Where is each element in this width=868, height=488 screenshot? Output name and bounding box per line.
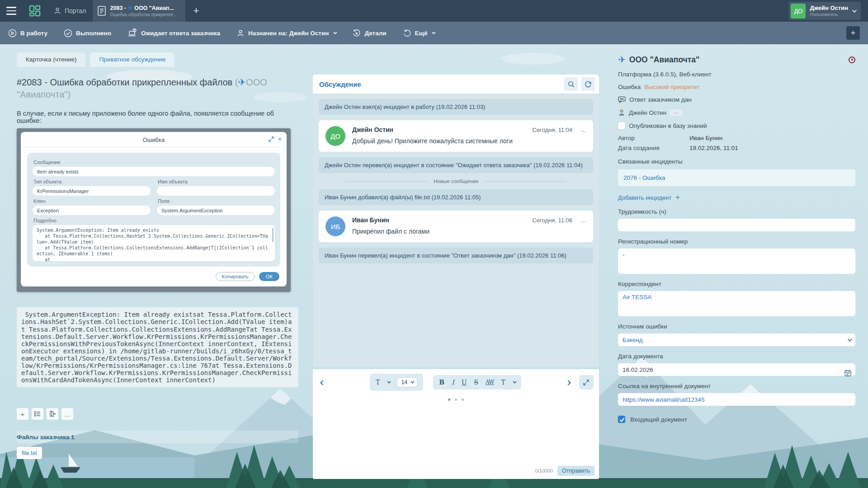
message-text: Прикрепил файл с логами — [352, 228, 586, 235]
strikethrough-button[interactable]: S — [474, 379, 478, 386]
message-menu-button[interactable]: … — [580, 217, 586, 224]
scrollbar[interactable] — [272, 228, 274, 242]
font-size-select[interactable]: 14 — [397, 377, 417, 387]
key-field[interactable] — [33, 206, 151, 215]
stack-trace-block: System.ArgumentException: Item already e… — [17, 307, 298, 387]
regnum-field[interactable]: - — [618, 249, 855, 274]
tab-private-discussion[interactable]: Приватное обсуждение — [90, 52, 175, 67]
done-button[interactable]: Выполнено — [64, 29, 111, 38]
expand-icon[interactable] — [269, 136, 274, 142]
history-icon: x — [352, 29, 361, 38]
kb-checkbox[interactable] — [618, 122, 625, 129]
text-style-button[interactable]: T — [501, 379, 505, 386]
add-file-button[interactable]: + — [17, 408, 28, 420]
export-button[interactable] — [47, 408, 58, 420]
object-name-field[interactable] — [157, 186, 275, 196]
error-dialog-screenshot: Ошибка × Сообщение Тип объекта Имя объек… — [17, 128, 291, 292]
svg-text:x: x — [356, 31, 358, 35]
toolbar-next-button[interactable] — [564, 378, 573, 386]
chat-message: ИБ Иван Бунин Сегодня, 11:06 … Прикрепил… — [319, 211, 593, 242]
dialog-title: Ошибка × — [21, 132, 287, 147]
author-label: Автор — [618, 135, 689, 141]
field-label: Ключ — [33, 198, 151, 204]
linked-incident-link[interactable]: 2076 - Ошибка — [618, 169, 855, 186]
discussion-list[interactable]: Джейн Остин взял(а) инцидент в работу (1… — [313, 94, 599, 367]
effort-field[interactable] — [618, 219, 855, 231]
chevron-down-icon — [848, 337, 852, 342]
message-input[interactable] — [318, 398, 594, 465]
send-button[interactable]: Отправить — [557, 466, 594, 476]
discussion-panel: Обсуждение Джейн Остин взял(а) инцидент … — [313, 75, 599, 479]
more-button[interactable]: Ещё — [403, 29, 435, 38]
list-view-button[interactable] — [32, 408, 43, 420]
files-more-button[interactable]: … — [289, 433, 296, 441]
field-label: Тип объекта — [33, 179, 151, 184]
highlight-button[interactable]: AW — [486, 379, 494, 385]
expand-icon — [583, 380, 589, 385]
platform-line: Платформа (3.6.0.5), Веб-клиент — [618, 71, 855, 78]
portal-tab[interactable]: Портал — [47, 0, 93, 22]
field-label: Поле — [158, 198, 275, 204]
message-field[interactable] — [33, 167, 275, 176]
field-field[interactable] — [157, 206, 275, 215]
alert-icon[interactable] — [849, 56, 855, 63]
incoming-doc-row: Входящий документ — [618, 416, 855, 423]
calendar-icon[interactable] — [844, 370, 851, 378]
discussion-title: Обсуждение — [319, 80, 561, 88]
toolbar-prev-button[interactable] — [318, 378, 327, 386]
chevron-down-icon[interactable] — [513, 380, 516, 383]
correspondent-label: Корреспондент — [618, 281, 855, 287]
close-icon[interactable]: × — [278, 136, 282, 142]
file-item[interactable]: file.txt — [17, 447, 42, 459]
apps-grid-icon[interactable] — [23, 0, 47, 22]
card-tab[interactable]: 2083 - ✈ ООО "Авиап... Ошибка обработки … — [93, 0, 185, 22]
new-tab-button[interactable]: + — [185, 0, 208, 22]
refresh-button[interactable] — [581, 77, 595, 91]
system-message: Иван Бунин добавил(а) файл(ы) file.txt (… — [319, 189, 593, 205]
chevron-down-icon[interactable] — [387, 380, 391, 383]
assignee-button[interactable]: Назначен на: Джейн Остин — [236, 29, 336, 38]
to-work-button[interactable]: В работу — [8, 29, 47, 38]
created-label: Дата создания — [618, 145, 689, 151]
correspondent-field[interactable]: Air TESSA — [618, 291, 855, 316]
search-button[interactable] — [564, 77, 578, 91]
refresh-icon — [585, 80, 592, 88]
details-field[interactable]: System.ArgumentException: Item already e… — [33, 225, 275, 261]
awaiting-customer-button[interactable]: Ожидает ответа заказчика — [127, 28, 220, 38]
tab-card-read[interactable]: Карточка (чтение) — [17, 52, 85, 67]
menu-icon[interactable] — [0, 0, 23, 22]
ok-button[interactable]: ОК — [259, 272, 279, 281]
discussion-header: Обсуждение — [313, 75, 599, 94]
meta-table: АвторИван Бунин Дата создания19.02.2026,… — [618, 135, 855, 151]
incoming-doc-checkbox[interactable] — [618, 416, 625, 423]
message-author: Иван Бунин — [352, 216, 532, 224]
underline-button[interactable]: U — [462, 379, 467, 386]
chevron-down-icon — [334, 30, 337, 34]
add-button[interactable]: + — [846, 26, 860, 40]
assignee-line: Джейн Остин … — [618, 109, 855, 116]
user-name: Джейн Остин — [810, 5, 848, 11]
user-menu[interactable]: ДО Джейн Остин Пользователь — [789, 2, 861, 20]
details-button[interactable]: x Детали — [352, 29, 386, 38]
internal-link-field[interactable] — [618, 393, 855, 406]
system-message: Джейн Остин перевел(а) инцидент в состоя… — [319, 157, 593, 173]
expand-editor-button[interactable] — [579, 375, 594, 389]
object-type-field[interactable] — [33, 186, 151, 196]
message-menu-button[interactable]: … — [580, 127, 586, 133]
plane-icon: ✈ — [127, 5, 132, 11]
error-source-select[interactable]: Бэкенд — [618, 333, 855, 346]
add-incident-button[interactable]: Добавить инцидент+ — [618, 193, 855, 202]
editor-toolbar: T 14 B I U S AW T — [318, 374, 594, 391]
card-panel: Карточка (чтение) Приватное обсуждение #… — [17, 52, 298, 459]
copy-button[interactable]: Копировать — [216, 272, 255, 281]
export-icon — [49, 411, 56, 417]
system-message: Джейн Остин взял(а) инцидент в работу (1… — [319, 99, 593, 115]
document-icon — [97, 5, 106, 16]
italic-button[interactable]: I — [452, 379, 454, 386]
doc-date-field[interactable] — [618, 363, 855, 376]
ellipsis-button[interactable]: … — [61, 408, 73, 420]
state-line: Ответ заказчиком дан — [618, 96, 855, 103]
assignee-more-button[interactable]: … — [670, 109, 683, 116]
font-style-button[interactable]: T — [376, 379, 380, 386]
bold-button[interactable]: B — [439, 379, 444, 386]
